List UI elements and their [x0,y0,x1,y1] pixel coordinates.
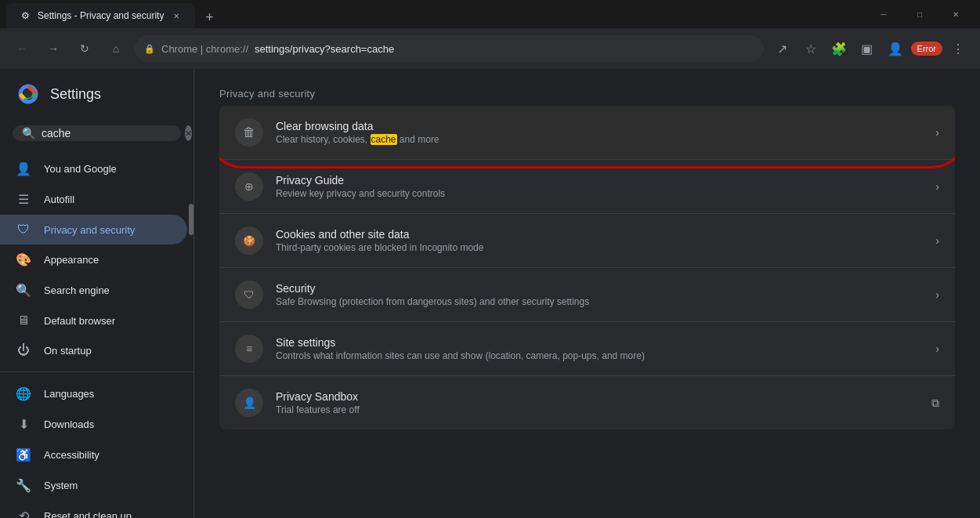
nav-label-appearance: Appearance [44,254,99,266]
site-settings-icon: ≡ [235,335,263,363]
sidebar-item-languages[interactable]: 🌐 Languages [0,379,187,409]
nav-icon-system: 🔧 [16,478,31,493]
arrow-icon-security: › [935,288,939,301]
svg-point-2 [24,90,32,98]
privacy-sandbox-icon: 👤 [235,389,263,417]
setting-desc-site-settings: Controls what information sites can use … [276,350,929,361]
profile-button[interactable]: 👤 [883,36,908,61]
setting-name-clear-browsing: Clear browsing data [276,120,929,132]
sidebar-item-default-browser[interactable]: 🖥 Default browser [0,306,187,335]
setting-text-cookies: Cookies and other site data Third-party … [276,228,929,253]
sidebar: Settings 🔍 ✕ 👤 You and Google ☰ Autofill… [0,69,194,518]
back-button[interactable]: ← [9,36,34,61]
search-input[interactable] [42,127,179,139]
setting-desc-security: Safe Browsing (protection from dangerous… [276,296,929,307]
window-controls: ─ □ ✕ [866,2,974,27]
setting-text-privacy-sandbox: Privacy Sandbox Trial features are off [276,390,925,415]
sidebar-item-privacy-and-security[interactable]: 🛡 Privacy and security [0,215,187,245]
setting-name-privacy-guide: Privacy Guide [276,174,929,187]
scrollbar-track[interactable] [189,69,193,518]
setting-text-site-settings: Site settings Controls what information … [276,336,929,361]
nav-label-autofill: Autofill [44,194,74,205]
sidebar-item-on-startup[interactable]: ⏻ On startup [0,335,187,365]
sidebar-item-you-and-google[interactable]: 👤 You and Google [0,154,187,184]
url-origin: Chrome | chrome:// [161,43,248,55]
tab-favicon: ⚙ [19,9,31,22]
external-icon-privacy-sandbox: ⧉ [931,397,939,410]
chrome-logo [16,82,41,107]
setting-text-security: Security Safe Browsing (protection from … [276,282,929,307]
toolbar-icons: ↗ ☆ 🧩 ▣ 👤 Error ⋮ [770,36,971,61]
nav-icon-accessibility: ♿ [16,447,31,462]
setting-item-clear-browsing-data[interactable]: 🗑 Clear browsing data Clear history, coo… [219,106,955,160]
setting-text-clear-browsing: Clear browsing data Clear history, cooki… [276,120,929,145]
main-layout: Settings 🔍 ✕ 👤 You and Google ☰ Autofill… [0,69,980,518]
arrow-icon-site-settings: › [935,342,939,355]
nav-divider [0,371,193,372]
search-icon: 🔍 [22,127,35,139]
setting-name-privacy-sandbox: Privacy Sandbox [276,390,925,403]
nav-icon-you-and-google: 👤 [16,161,31,176]
nav-icon-reset-and-clean-up: ⟲ [16,509,31,518]
home-button[interactable]: ⌂ [103,36,128,61]
new-tab-button[interactable]: + [198,6,220,28]
highlight-cache: cache [371,134,397,145]
setting-desc-privacy-guide: Review key privacy and security controls [276,188,929,199]
setting-item-privacy-sandbox[interactable]: 👤 Privacy Sandbox Trial features are off… [219,376,955,429]
sidebar-item-search-engine[interactable]: 🔍 Search engine [0,275,187,306]
sidebar-item-appearance[interactable]: 🎨 Appearance [0,245,187,275]
nav-label-on-startup: On startup [44,345,92,357]
sidebar-item-reset-and-clean-up[interactable]: ⟲ Reset and clean up [0,501,187,518]
sidebar-item-autofill[interactable]: ☰ Autofill [0,184,187,215]
menu-button[interactable]: ⋮ [946,36,971,61]
tab-title: Settings - Privacy and security [38,10,164,21]
clear-browsing-icon: 🗑 [235,118,263,147]
nav-icon-downloads: ⬇ [16,417,31,432]
reload-button[interactable]: ↻ [72,36,97,61]
tab-bar: ⚙ Settings - Privacy and security ✕ + [6,0,220,28]
nav-icon-autofill: ☰ [16,192,31,207]
scrollbar-thumb[interactable] [189,204,193,235]
setting-text-privacy-guide: Privacy Guide Review key privacy and sec… [276,174,929,199]
forward-button[interactable]: → [41,36,66,61]
content-area: Privacy and security 🗑 Clear browsing da… [194,69,980,518]
url-bar[interactable]: 🔒 Chrome | chrome://settings/privacy?sea… [135,35,764,62]
active-tab[interactable]: ⚙ Settings - Privacy and security ✕ [6,3,195,28]
setting-name-site-settings: Site settings [276,336,929,349]
nav-label-privacy-and-security: Privacy and security [44,224,135,236]
nav-label-downloads: Downloads [44,418,94,430]
extension-button[interactable]: 🧩 [826,36,852,61]
close-button[interactable]: ✕ [938,2,974,27]
nav-icon-on-startup: ⏻ [16,343,31,357]
cookies-icon: 🍪 [235,226,263,255]
security-icon: 🛡 [235,281,263,309]
bookmark-button[interactable]: ☆ [798,36,823,61]
share-button[interactable]: ↗ [770,36,795,61]
url-path: settings/privacy?search=cache [255,43,394,55]
sidebar-item-downloads[interactable]: ⬇ Downloads [0,409,187,440]
sidebar-header: Settings [0,69,193,119]
nav-label-reset-and-clean-up: Reset and clean up [44,510,132,518]
lock-icon: 🔒 [144,44,155,54]
error-badge[interactable]: Error [911,42,942,56]
tab-close-button[interactable]: ✕ [170,9,183,22]
sidebar-item-accessibility[interactable]: ♿ Accessibility [0,440,187,470]
nav-icon-languages: 🌐 [16,386,31,401]
nav-label-default-browser: Default browser [44,315,115,327]
setting-desc-clear-browsing: Clear history, cookies, cache and more [276,134,929,145]
addressbar: ← → ↻ ⌂ 🔒 Chrome | chrome://settings/pri… [0,28,980,69]
setting-item-cookies[interactable]: 🍪 Cookies and other site data Third-part… [219,214,955,268]
nav-label-you-and-google: You and Google [44,163,117,175]
sidebar-item-system[interactable]: 🔧 System [0,470,187,501]
search-box[interactable]: 🔍 ✕ [13,125,181,141]
nav-icon-default-browser: 🖥 [16,313,31,328]
sidebar-button[interactable]: ▣ [855,36,880,61]
nav-items-container: 👤 You and Google ☰ Autofill 🛡 Privacy an… [0,154,193,518]
setting-item-security[interactable]: 🛡 Security Safe Browsing (protection fro… [219,268,955,322]
setting-item-privacy-guide[interactable]: ⊕ Privacy Guide Review key privacy and s… [219,160,955,214]
nav-icon-appearance: 🎨 [16,252,31,267]
minimize-button[interactable]: ─ [866,2,902,27]
maximize-button[interactable]: □ [902,2,938,27]
nav-label-search-engine: Search engine [44,284,110,296]
setting-item-site-settings[interactable]: ≡ Site settings Controls what informatio… [219,322,955,376]
